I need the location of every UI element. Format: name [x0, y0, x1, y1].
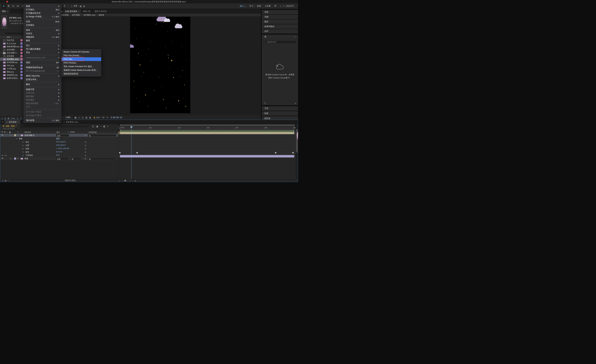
panel-header[interactable]: 音频 [262, 15, 298, 19]
snapshot-camera-icon[interactable] [102, 117, 104, 118]
property-row[interactable]: ◷锚点375.0,812.0◎ [0, 140, 118, 144]
layer-trkmat-dropdown[interactable]: 无∨ [71, 157, 81, 160]
layer-name[interactable]: [花车切图 2] [24, 134, 34, 137]
timeline-tab[interactable]: ◫花车整体_bmp [61, 120, 80, 124]
timeline-scrollbar[interactable] [296, 124, 298, 179]
add-keyframe-icon[interactable]: ◇ [4, 154, 5, 156]
panel-header[interactable]: 段落 [262, 111, 298, 116]
workspace-overflow-icon[interactable]: » [280, 5, 281, 7]
breadcrumb-item[interactable]: 花车巡游 [61, 14, 68, 16]
playhead[interactable] [130, 126, 132, 179]
mode-column-header[interactable]: 模式 [56, 131, 60, 133]
layer-expander-icon[interactable]: ▸ [10, 158, 11, 159]
trash-icon[interactable] [20, 117, 22, 119]
parent-pickwhip-icon[interactable]: ◎ [85, 158, 86, 160]
panel-menu-icon[interactable]: ≡ [17, 121, 18, 123]
menu-item[interactable]: 在 Bridge 中浏览...⌥⇧⌘O [23, 15, 61, 18]
submenu-item[interactable]: PAG File (Panel)... [62, 54, 101, 57]
layer-duration-bar[interactable] [120, 132, 294, 134]
trkmat-column-header[interactable]: TrkMat [70, 131, 75, 133]
comp-tab[interactable]: 素材 (无) [81, 9, 93, 14]
close-icon[interactable]: ✕ [0, 120, 4, 124]
timeline-zoom-control[interactable]: ▲ ▲ [119, 180, 136, 182]
grid-options-icon[interactable]: ▦ [80, 5, 82, 7]
playhead-head[interactable] [130, 126, 132, 128]
parent-pickwhip-icon[interactable]: ◎ [85, 134, 86, 137]
stopwatch-icon[interactable]: ◷ [22, 141, 24, 143]
menu-item[interactable]: 导入最近的素材▶ [23, 47, 61, 51]
label-color-chip[interactable] [21, 68, 23, 70]
property-pickwhip-icon[interactable]: ◎ [85, 151, 86, 153]
breadcrumb-item[interactable]: 花车整体_bmp [83, 14, 95, 16]
mask-mode-icon[interactable]: ▤ [83, 5, 85, 7]
menu-item[interactable]: 将素材添加到合成⌘/ [23, 66, 61, 69]
transform-reset-link[interactable]: 重置 [56, 138, 60, 140]
lock-icon[interactable] [9, 131, 11, 133]
layer-row[interactable]: ▾1[花车切图 2]正常∨◎无∨ [0, 134, 118, 137]
region-of-interest-icon[interactable]: ◰ [82, 116, 83, 119]
property-pickwhip-icon[interactable]: ◎ [85, 141, 86, 143]
property-value[interactable]: 375.0,812.0 [56, 144, 66, 146]
property-pickwhip-icon[interactable]: ◎ [85, 148, 86, 150]
scrollbar-thumb[interactable] [296, 129, 298, 153]
parent-column-header[interactable]: 父级和链接 [88, 131, 97, 133]
mask-visibility-icon[interactable]: ◻ [78, 116, 80, 119]
expander-icon[interactable]: ▸ [1, 52, 3, 54]
menu-item[interactable]: 查找⌘F [23, 61, 61, 64]
zoom-out-mountain-icon[interactable]: ▲ [119, 180, 120, 181]
menu-item[interactable]: Adobe Dynamic Link▶ [23, 56, 61, 59]
library-search-input[interactable]: 搜索所有库 [263, 40, 297, 44]
menu-item[interactable]: 导出▶ [23, 51, 61, 54]
comp-mini-flowchart-icon[interactable]: ◫ [92, 125, 94, 127]
menu-item[interactable]: 关闭项目 [23, 23, 61, 27]
layer-bar-head[interactable] [118, 132, 120, 134]
submenu-item[interactable]: 添加到渲染队列 [62, 72, 101, 76]
stopwatch-icon[interactable]: ◷ [22, 148, 24, 150]
submenu-item[interactable]: 添加到 Adobe Media Encoder 队列... [62, 68, 101, 72]
layer-mode-dropdown[interactable]: 正常∨ [56, 157, 69, 160]
layer-row[interactable]: ▸2界面正常∨无∨◎无∨ [0, 157, 118, 160]
stopwatch-icon[interactable]: ◷ [22, 144, 24, 146]
workspace-tab[interactable]: 默认≡ [238, 3, 247, 9]
menu-item[interactable]: 基于所选项新建合成⌥\ [23, 69, 61, 73]
stopwatch-icon[interactable]: ◷ [22, 154, 24, 156]
preview-timecode[interactable]: 0:00:00:10 [111, 116, 122, 119]
timeline-tab[interactable]: ◫花车巡游≡ [4, 120, 21, 124]
layer-name[interactable]: 界面 [24, 157, 28, 160]
label-color-chip[interactable] [21, 52, 23, 54]
expand-layers-icon[interactable]: ◫ [2, 180, 3, 182]
layer-color-chip[interactable] [14, 158, 16, 160]
panel-header-library[interactable]: 库 ≡ [262, 35, 298, 39]
zoom-slider-thumb[interactable] [125, 180, 126, 181]
label-color-chip[interactable] [21, 45, 23, 48]
label-color-chip[interactable] [21, 58, 23, 60]
comp-tab[interactable]: 图层 中间月亮 [93, 9, 109, 14]
panel-menu-icon[interactable]: ≡ [78, 10, 79, 13]
property-row[interactable]: ◷缩放∞ 100.0,100.0%◎ [0, 147, 118, 150]
workspace-tab[interactable]: 标准 [255, 3, 263, 9]
menu-item[interactable]: 导入▶ [23, 44, 61, 47]
interpret-footage-icon[interactable]: ◫ [1, 117, 3, 119]
menu-item[interactable]: 在 Finder 中显示 [23, 110, 61, 114]
label-color-chip[interactable] [21, 55, 23, 57]
panel-header[interactable]: 信息 [262, 10, 298, 14]
panel-menu-icon[interactable]: ≡ [7, 10, 8, 13]
menu-item[interactable]: 设置代理▶ [23, 91, 61, 95]
panel-menu-icon[interactable]: ≡ [245, 5, 246, 7]
new-composition-icon[interactable]: ▦ [8, 117, 9, 119]
audio-icon[interactable] [4, 131, 6, 133]
label-color-chip[interactable] [21, 71, 23, 73]
cloud-sync-icon[interactable] [264, 102, 266, 104]
layer-parent-dropdown[interactable]: 无∨ [88, 134, 116, 137]
name-column-header[interactable]: 名称 [7, 36, 10, 38]
panel-header[interactable]: 对齐 [262, 29, 298, 34]
panel-header[interactable]: 字符 [262, 106, 298, 111]
add-library-button[interactable]: + [295, 102, 296, 105]
motion-blur-icon[interactable]: ◐ [107, 125, 109, 127]
frame-blending-icon[interactable]: ◧ [103, 125, 105, 127]
label-color-chip[interactable] [21, 65, 23, 67]
property-value[interactable]: 0x+0.0° [56, 151, 62, 153]
resolution-dropdown[interactable]: (完整) ∨ [66, 116, 72, 119]
submenu-item[interactable]: PAG File... [62, 57, 101, 61]
menu-item[interactable]: 新建▶ [23, 5, 61, 8]
